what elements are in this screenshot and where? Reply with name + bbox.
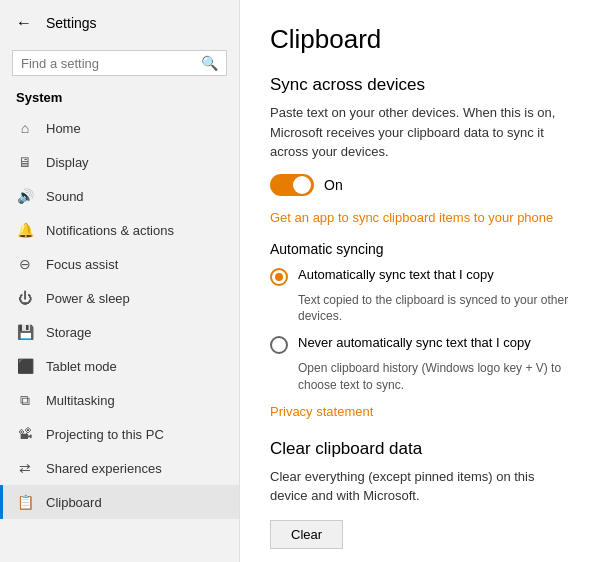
radio-option-1-label: Automatically sync text that I copy <box>298 267 494 282</box>
radio-option-2-subtext: Open clipboard history (Windows logo key… <box>298 360 570 394</box>
focus-assist-icon: ⊖ <box>16 255 34 273</box>
notifications-icon: 🔔 <box>16 221 34 239</box>
display-icon: 🖥 <box>16 153 34 171</box>
sidebar-item-multitasking[interactable]: ⧉ Multitasking <box>0 383 239 417</box>
clear-section-description: Clear everything (except pinned items) o… <box>270 467 570 506</box>
sound-icon: 🔊 <box>16 187 34 205</box>
sync-section-title: Sync across devices <box>270 75 570 95</box>
radio-option-1-subtext: Text copied to the clipboard is synced t… <box>298 292 570 326</box>
sidebar-item-home[interactable]: ⌂ Home <box>0 111 239 145</box>
sidebar-item-label: Home <box>46 121 81 136</box>
radio-option-2-label: Never automatically sync text that I cop… <box>298 335 531 350</box>
sidebar-item-label: Focus assist <box>46 257 118 272</box>
clear-section-title: Clear clipboard data <box>270 439 570 459</box>
clipboard-icon: 📋 <box>16 493 34 511</box>
sidebar-item-label: Notifications & actions <box>46 223 174 238</box>
home-icon: ⌂ <box>16 119 34 137</box>
sidebar-item-sound[interactable]: 🔊 Sound <box>0 179 239 213</box>
sync-toggle[interactable] <box>270 174 314 196</box>
system-label: System <box>0 84 239 111</box>
radio-option-2: Never automatically sync text that I cop… <box>270 335 570 354</box>
sidebar-item-label: Storage <box>46 325 92 340</box>
sidebar-item-power-sleep[interactable]: ⏻ Power & sleep <box>0 281 239 315</box>
back-button[interactable]: ← <box>12 10 36 36</box>
sidebar-item-tablet-mode[interactable]: ⬛ Tablet mode <box>0 349 239 383</box>
storage-icon: 💾 <box>16 323 34 341</box>
search-input[interactable] <box>21 56 201 71</box>
page-title: Clipboard <box>270 24 570 55</box>
multitasking-icon: ⧉ <box>16 391 34 409</box>
radio-button-1[interactable] <box>270 268 288 286</box>
search-box: 🔍 <box>12 50 227 76</box>
toggle-label: On <box>324 177 343 193</box>
radio-button-2[interactable] <box>270 336 288 354</box>
toggle-knob <box>293 176 311 194</box>
sidebar-item-label: Shared experiences <box>46 461 162 476</box>
sidebar-item-label: Display <box>46 155 89 170</box>
sidebar-item-label: Projecting to this PC <box>46 427 164 442</box>
sidebar-item-label: Clipboard <box>46 495 102 510</box>
sidebar-item-label: Power & sleep <box>46 291 130 306</box>
search-icon[interactable]: 🔍 <box>201 55 218 71</box>
main-content: Clipboard Sync across devices Paste text… <box>240 0 600 562</box>
sync-app-link[interactable]: Get an app to sync clipboard items to yo… <box>270 210 570 225</box>
sidebar-item-label: Sound <box>46 189 84 204</box>
sidebar-item-projecting[interactable]: 📽 Projecting to this PC <box>0 417 239 451</box>
tablet-icon: ⬛ <box>16 357 34 375</box>
sidebar-item-notifications[interactable]: 🔔 Notifications & actions <box>0 213 239 247</box>
sidebar-item-label: Tablet mode <box>46 359 117 374</box>
titlebar: ← Settings <box>0 0 239 46</box>
sidebar-item-label: Multitasking <box>46 393 115 408</box>
clear-button[interactable]: Clear <box>270 520 343 549</box>
sidebar-item-storage[interactable]: 💾 Storage <box>0 315 239 349</box>
sidebar-item-display[interactable]: 🖥 Display <box>0 145 239 179</box>
sidebar-item-clipboard[interactable]: 📋 Clipboard <box>0 485 239 519</box>
sidebar: ← Settings 🔍 System ⌂ Home 🖥 Display 🔊 S… <box>0 0 240 562</box>
projecting-icon: 📽 <box>16 425 34 443</box>
sidebar-item-shared-experiences[interactable]: ⇄ Shared experiences <box>0 451 239 485</box>
auto-sync-label: Automatic syncing <box>270 241 570 257</box>
power-icon: ⏻ <box>16 289 34 307</box>
sidebar-item-focus-assist[interactable]: ⊖ Focus assist <box>0 247 239 281</box>
sync-toggle-row: On <box>270 174 570 196</box>
sync-section-description: Paste text on your other devices. When t… <box>270 103 570 162</box>
radio-option-1: Automatically sync text that I copy <box>270 267 570 286</box>
settings-title: Settings <box>46 15 97 31</box>
privacy-link[interactable]: Privacy statement <box>270 404 570 419</box>
shared-icon: ⇄ <box>16 459 34 477</box>
